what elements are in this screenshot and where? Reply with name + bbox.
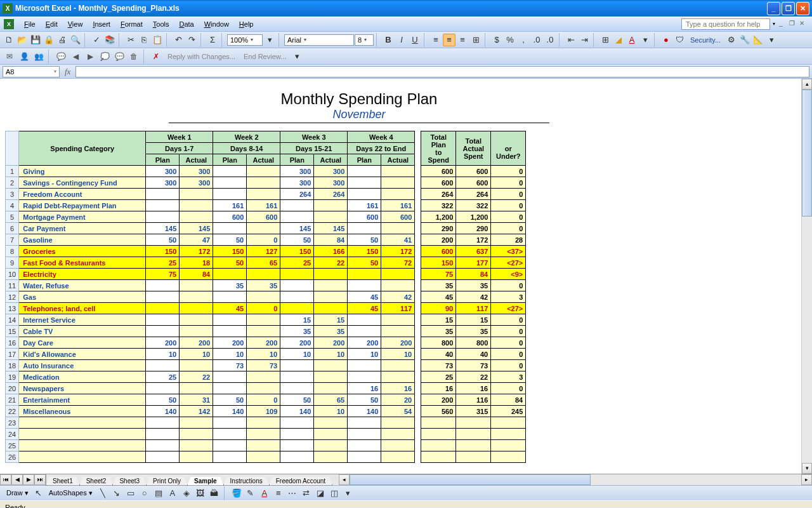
actual-cell[interactable]: 20	[381, 394, 415, 406]
actual-cell[interactable]	[247, 269, 280, 280]
actual-cell[interactable]	[247, 189, 280, 200]
actual-cell[interactable]: 200	[180, 337, 213, 349]
font-name-combo[interactable]: Arial	[284, 34, 354, 46]
menu-file[interactable]: File	[19, 19, 41, 29]
plan-cell[interactable]: 50	[348, 257, 381, 269]
actual-cell[interactable]: 145	[180, 223, 213, 234]
show-all-comments-button[interactable]: 💬	[112, 50, 126, 63]
menu-view[interactable]: View	[63, 19, 88, 29]
plan-cell[interactable]: 200	[146, 337, 180, 349]
actual-cell[interactable]: 142	[180, 406, 213, 417]
total-cell[interactable]: 15	[456, 314, 491, 326]
actual-cell[interactable]	[180, 429, 213, 440]
actual-cell[interactable]: 10	[180, 349, 213, 360]
sheet-tab-sheet1[interactable]: Sheet1	[46, 477, 80, 486]
dash-style-button[interactable]: ⋯	[286, 487, 299, 500]
tab-prev-button[interactable]: ◀	[11, 474, 23, 485]
actual-cell[interactable]: 84	[314, 234, 348, 246]
picture-button[interactable]: 🏔	[208, 487, 221, 500]
total-cell[interactable]: 40	[456, 349, 491, 360]
tab-last-button[interactable]: ⏭	[34, 474, 46, 485]
format-toolbar-options-icon[interactable]: ▾	[639, 34, 652, 46]
percent-button[interactable]: %	[504, 34, 516, 46]
line-style-button[interactable]: ≡	[272, 487, 285, 500]
plan-cell[interactable]	[213, 166, 247, 177]
actual-cell[interactable]	[381, 417, 415, 429]
actual-cell[interactable]	[314, 303, 348, 314]
plan-cell[interactable]: 50	[213, 394, 247, 406]
end-review-button[interactable]: End Review...	[240, 53, 290, 60]
recipient2-button[interactable]: 👥	[32, 50, 46, 63]
plan-cell[interactable]	[213, 314, 247, 326]
total-cell[interactable]: 0	[491, 383, 526, 394]
plan-cell[interactable]: 16	[348, 383, 381, 394]
total-cell[interactable]: 800	[421, 337, 456, 349]
actual-cell[interactable]: 41	[381, 234, 415, 246]
total-cell[interactable]	[456, 440, 491, 451]
vertical-scrollbar[interactable]: ▴ ▾	[801, 79, 812, 474]
actual-cell[interactable]: 47	[180, 234, 213, 246]
total-cell[interactable]: 35	[456, 280, 491, 291]
plan-cell[interactable]: 140	[213, 406, 247, 417]
vba-button[interactable]: ⚙	[725, 34, 738, 46]
permission-button[interactable]: 🔒	[43, 34, 55, 46]
actual-cell[interactable]: 200	[314, 337, 348, 349]
align-center-button[interactable]: ≡	[443, 34, 455, 46]
plan-cell[interactable]	[213, 429, 247, 440]
total-cell[interactable]: 28	[491, 234, 526, 246]
category-cell[interactable]: Giving	[19, 166, 146, 177]
total-cell[interactable]: 264	[456, 189, 491, 200]
category-cell[interactable]: Mortgage Payment	[19, 211, 146, 223]
category-cell[interactable]: Miscellaneous	[19, 406, 146, 417]
plan-cell[interactable]: 300	[280, 166, 314, 177]
actual-cell[interactable]	[314, 451, 348, 463]
actual-cell[interactable]	[247, 314, 280, 326]
plan-cell[interactable]	[146, 326, 180, 337]
send-mail-button[interactable]: ✉	[3, 50, 16, 63]
total-cell[interactable]	[421, 417, 456, 429]
plan-cell[interactable]	[146, 280, 180, 291]
plan-cell[interactable]	[280, 371, 314, 383]
plan-cell[interactable]	[213, 383, 247, 394]
total-cell[interactable]: 315	[456, 406, 491, 417]
plan-cell[interactable]: 73	[213, 360, 247, 371]
plan-cell[interactable]: 600	[213, 211, 247, 223]
plan-cell[interactable]: 45	[348, 291, 381, 303]
actual-cell[interactable]	[247, 326, 280, 337]
formula-bar[interactable]	[75, 66, 809, 77]
plan-cell[interactable]: 10	[280, 349, 314, 360]
control-toolbox-button[interactable]: 🔧	[738, 34, 751, 46]
horizontal-scrollbar[interactable]: ◂ ▸	[339, 474, 812, 485]
actual-cell[interactable]	[314, 417, 348, 429]
textbox-button[interactable]: ▤	[152, 487, 165, 500]
sheet-tab-freedom-account[interactable]: Freedom Account	[269, 477, 332, 486]
diagram-button[interactable]: ◈	[180, 487, 193, 500]
total-cell[interactable]	[421, 440, 456, 451]
next-comment-button[interactable]: ▶	[83, 50, 97, 63]
plan-cell[interactable]	[213, 451, 247, 463]
actual-cell[interactable]	[247, 166, 280, 177]
category-cell[interactable]: Gasoline	[19, 234, 146, 246]
actual-cell[interactable]	[247, 177, 280, 189]
actual-cell[interactable]: 0	[247, 234, 280, 246]
plan-cell[interactable]: 50	[348, 394, 381, 406]
actual-cell[interactable]	[381, 371, 415, 383]
plan-cell[interactable]	[146, 303, 180, 314]
fill-color-button[interactable]: ◢	[612, 34, 625, 46]
category-cell[interactable]: Telephones; land, cell	[19, 303, 146, 314]
category-cell[interactable]: Auto Insurance	[19, 360, 146, 371]
actual-cell[interactable]	[314, 200, 348, 211]
actual-cell[interactable]	[381, 269, 415, 280]
copy-button[interactable]: ⎘	[138, 34, 150, 46]
total-cell[interactable]: 0	[491, 360, 526, 371]
plan-cell[interactable]	[348, 314, 381, 326]
total-cell[interactable]: 560	[421, 406, 456, 417]
actual-cell[interactable]	[314, 440, 348, 451]
actual-cell[interactable]	[314, 269, 348, 280]
plan-cell[interactable]: 10	[146, 349, 180, 360]
actual-cell[interactable]	[314, 211, 348, 223]
category-cell[interactable]: Water, Refuse	[19, 280, 146, 291]
total-cell[interactable]	[491, 417, 526, 429]
actual-cell[interactable]: 264	[314, 189, 348, 200]
plan-cell[interactable]: 45	[348, 303, 381, 314]
